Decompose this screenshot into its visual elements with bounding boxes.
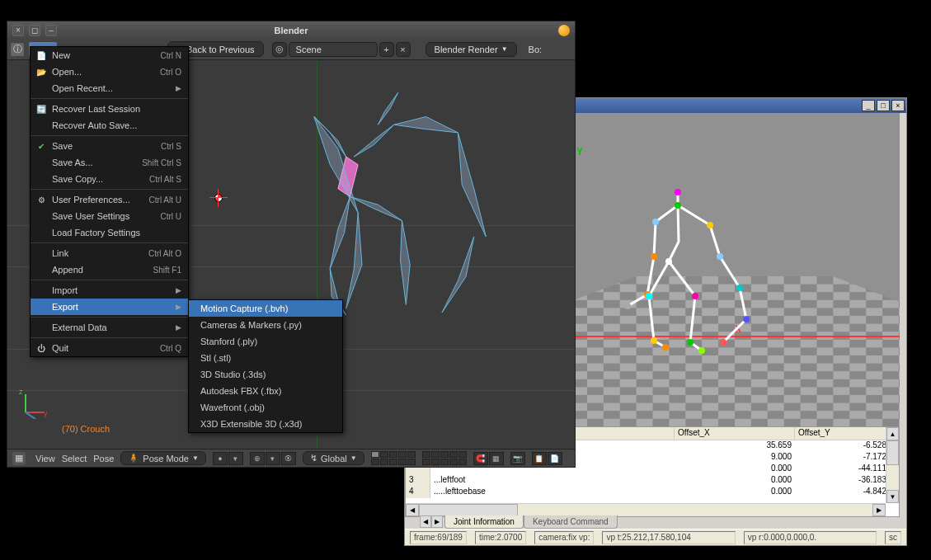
export--d-studio-ds-[interactable]: 3D Studio (.3ds) xyxy=(189,366,342,383)
vertical-scrollbar[interactable]: ▲ ▼ xyxy=(886,427,899,503)
file-menu-recover-last-session[interactable]: 🔄Recover Last Session xyxy=(31,101,188,117)
file-menu-append[interactable]: AppendShift F1 xyxy=(31,261,188,278)
export-autodesk-fbx-fbx-[interactable]: Autodesk FBX (.fbx) xyxy=(189,383,342,399)
3d-editor-icon[interactable]: ▦ xyxy=(12,452,26,465)
viewport-header: ▦ View Select Pose 🧍 Pose Mode ▼ ●▾ ⊕▾⦿ … xyxy=(7,449,575,467)
svg-point-11 xyxy=(717,253,723,260)
svg-point-22 xyxy=(662,344,669,351)
window-close-icon[interactable]: × xyxy=(12,25,24,36)
svg-marker-31 xyxy=(346,213,362,308)
scroll-right-arrow[interactable]: ▶ xyxy=(872,504,886,516)
tab-prev-arrow[interactable]: ◀ xyxy=(420,515,431,528)
render-preview-button[interactable]: 📷 xyxy=(510,452,525,465)
viewer-skeleton xyxy=(570,113,900,426)
status-sc: sc xyxy=(885,531,901,544)
viewer-3d-viewport[interactable]: Y X xyxy=(570,113,900,426)
scroll-up-arrow[interactable]: ▲ xyxy=(886,427,899,440)
svg-point-16 xyxy=(720,339,726,346)
col-offset-x[interactable]: Offset_X xyxy=(675,427,795,440)
svg-marker-25 xyxy=(354,125,393,157)
window-maximize-icon[interactable]: ◻ xyxy=(29,25,40,36)
scroll-down-arrow[interactable]: ▼ xyxy=(886,490,899,503)
pivot-buttons[interactable]: ⊕▾⦿ xyxy=(250,452,296,465)
horizontal-scrollbar[interactable]: ◀ ▶ xyxy=(406,503,886,516)
axis-gizmo: z y xyxy=(19,386,52,419)
info-editor-icon[interactable]: ⓘ xyxy=(11,43,24,56)
menu-pose[interactable]: Pose xyxy=(93,454,114,464)
viewer-tabs: ◀ ▶ Joint Information Keyboard Command xyxy=(420,515,618,529)
status-camera: camera:fix vp: xyxy=(534,531,594,544)
scene-add-button[interactable]: + xyxy=(379,42,394,57)
file-menu-open-[interactable]: 📂Open...Ctrl O xyxy=(31,64,188,80)
col-offset-y[interactable]: Offset_Y xyxy=(795,427,890,440)
table-row[interactable]: 3...leftfoot0.000-36.183 xyxy=(406,475,899,487)
export-submenu: Motion Capture (.bvh)Cameras & Markers (… xyxy=(188,299,343,433)
file-menu-load-factory-settings[interactable]: Load Factory Settings xyxy=(31,224,188,241)
file-menu-save-copy-[interactable]: Save Copy...Ctrl Alt S xyxy=(31,171,188,187)
blender-titlebar: × ◻ – Blender xyxy=(7,21,575,39)
status-time: time:2.0700 xyxy=(475,531,526,544)
svg-point-10 xyxy=(651,253,657,260)
file-menu-save-as-[interactable]: Save As...Shift Ctrl S xyxy=(31,154,188,171)
svg-marker-36 xyxy=(378,92,397,125)
file-menu-save[interactable]: ✔SaveCtrl S xyxy=(31,138,188,154)
tab-joint-info[interactable]: Joint Information xyxy=(444,515,524,529)
file-menu-dropdown: 📄NewCtrl N📂Open...Ctrl OOpen Recent...▶🔄… xyxy=(30,46,189,357)
status-vp-t: vp t:25.212,17.580,104 xyxy=(602,531,735,544)
file-menu-save-user-settings[interactable]: Save User SettingsCtrl U xyxy=(31,208,188,224)
file-menu-new[interactable]: 📄NewCtrl N xyxy=(31,47,188,64)
tab-next-arrow[interactable]: ▶ xyxy=(431,515,443,528)
file-menu-export[interactable]: Export▶ xyxy=(31,299,188,315)
svg-point-21 xyxy=(687,339,694,346)
snap-buttons[interactable]: 🧲▦ xyxy=(473,452,504,465)
tab-keyboard-command[interactable]: Keyboard Command xyxy=(524,515,618,529)
export-stl-stl-[interactable]: Stl (.stl) xyxy=(189,350,342,366)
render-engine-dropdown[interactable]: Blender Render ▼ xyxy=(426,42,517,57)
svg-point-13 xyxy=(736,285,743,291)
svg-point-14 xyxy=(624,303,631,309)
file-menu-open-recent-[interactable]: Open Recent...▶ xyxy=(31,80,188,96)
export-cameras-markers-py-[interactable]: Cameras & Markers (.py) xyxy=(189,317,342,333)
file-menu-import[interactable]: Import▶ xyxy=(31,282,188,299)
window-minimize-icon[interactable]: – xyxy=(45,25,57,36)
file-menu-recover-auto-save-[interactable]: Recover Auto Save... xyxy=(31,117,188,134)
svg-point-19 xyxy=(692,293,698,299)
file-menu-user-preferences-[interactable]: ⚙User Preferences...Ctrl Alt U xyxy=(31,191,188,208)
scene-delete-button[interactable]: × xyxy=(396,42,411,57)
scene-name-input[interactable]: Scene xyxy=(289,42,378,57)
status-frame: frame:69/189 xyxy=(410,531,467,544)
file-menu-link[interactable]: LinkCtrl Alt O xyxy=(31,245,188,261)
menu-select[interactable]: Select xyxy=(62,454,87,464)
shading-buttons[interactable]: ●▾ xyxy=(213,452,243,465)
orientation-dropdown[interactable]: ↯ Global ▼ xyxy=(303,451,364,465)
svg-point-8 xyxy=(707,222,713,228)
svg-point-9 xyxy=(652,219,659,225)
minimize-button[interactable]: _ xyxy=(862,100,875,111)
file-menu-quit[interactable]: ⏻QuitCtrl Q xyxy=(31,340,188,356)
svg-marker-28 xyxy=(442,237,474,313)
export-stanford-ply-[interactable]: Stanford (.ply) xyxy=(189,333,342,350)
svg-point-7 xyxy=(675,202,681,209)
export-motion-capture-bvh-[interactable]: Motion Capture (.bvh) xyxy=(189,300,342,317)
svg-point-6 xyxy=(675,189,681,195)
svg-text:y: y xyxy=(44,409,48,417)
layer-buttons[interactable] xyxy=(371,451,416,465)
close-button[interactable]: × xyxy=(891,100,905,111)
svg-point-15 xyxy=(743,316,750,322)
svg-marker-27 xyxy=(458,133,486,237)
maximize-button[interactable]: □ xyxy=(877,100,890,111)
scene-browse-button[interactable]: ◎ xyxy=(272,42,287,57)
armature-info-overlay: (70) Crouch xyxy=(62,424,110,434)
copy-paste-buttons[interactable]: 📋📄 xyxy=(532,452,562,465)
export-x-d-extensible-d-x-d-[interactable]: X3D Extensible 3D (.x3d) xyxy=(189,416,342,432)
svg-text:z: z xyxy=(19,388,23,396)
export-wavefront-obj-[interactable]: Wavefront (.obj) xyxy=(189,399,342,416)
menu-view[interactable]: View xyxy=(35,454,55,464)
mode-dropdown[interactable]: 🧍 Pose Mode ▼ xyxy=(120,451,206,465)
svg-marker-33 xyxy=(401,221,411,305)
status-vp-r: vp r:0.000,0.000,0. xyxy=(744,531,877,544)
table-row[interactable]: 4.....lefttoebase0.000-4.842 xyxy=(406,487,899,498)
scroll-left-arrow[interactable]: ◀ xyxy=(406,504,419,516)
layer-buttons-2[interactable] xyxy=(422,451,467,465)
file-menu-external-data[interactable]: External Data▶ xyxy=(31,319,188,336)
